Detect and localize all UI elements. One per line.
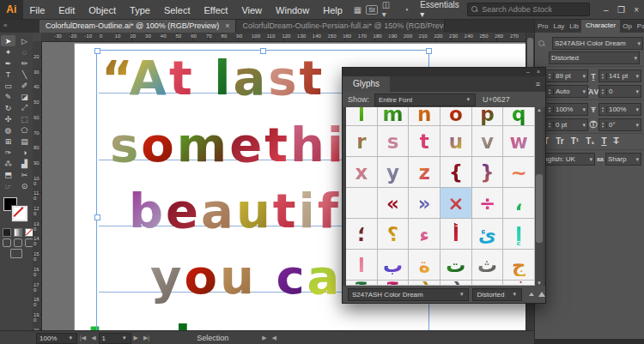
prev-artboard-icon[interactable]: ◀ (91, 335, 95, 341)
selection-handle[interactable] (260, 48, 266, 54)
glyph-cell[interactable]: u (440, 126, 472, 157)
menu-window[interactable]: Window (269, 5, 316, 15)
glyphs-font-select[interactable]: S247ASH Color Dream▾ (348, 288, 469, 301)
workspace-switcher[interactable]: Essentials ▾ (420, 0, 460, 19)
pen-tool[interactable]: ✒ (1, 57, 15, 69)
tracking-stepper[interactable]: ▲▼0▾ (598, 85, 641, 98)
glyph-cell[interactable]: أ (440, 219, 472, 250)
eraser-tool[interactable]: ◪ (17, 91, 32, 102)
magic-wand-tool[interactable]: ✦ (1, 46, 15, 57)
rotate-tool[interactable]: ↻ (1, 102, 15, 113)
screen-mode-button[interactable] (10, 249, 22, 258)
tab-op[interactable]: Op (620, 22, 635, 30)
tab-par[interactable]: Par (635, 22, 644, 30)
font-size-stepper[interactable]: ▲▼89 pt▾ (545, 69, 588, 82)
blend-tool[interactable]: ◑ (17, 147, 32, 158)
shape-builder-tool[interactable]: ◍ (1, 124, 15, 136)
color-button[interactable] (3, 228, 11, 237)
menu-view[interactable]: View (234, 5, 269, 15)
horizontal-ruler[interactable]: -30-20-100102030405060708090100110120130… (41, 33, 526, 42)
glyph-cell[interactable]: « (378, 188, 410, 219)
slice-tool[interactable]: ✂ (17, 169, 32, 180)
font-family-select[interactable]: S247ASH Color Dream▾ (552, 37, 643, 50)
stroke-color-swatch[interactable] (12, 206, 27, 221)
close-tab-icon[interactable]: × (225, 21, 229, 30)
glyphs-zoom-out-icon[interactable] (529, 293, 534, 296)
direct-selection-tool[interactable]: ▷ (17, 35, 32, 46)
type-style-button-5[interactable]: T (601, 136, 606, 146)
gradient-button[interactable] (14, 228, 22, 237)
stepper-arrows-icon[interactable]: ▲▼ (546, 122, 554, 129)
panel-minimize-icon[interactable]: – (526, 69, 530, 75)
zoom-level-select[interactable]: 100%▾ (36, 333, 77, 344)
rectangle-tool[interactable]: ▭ (1, 80, 15, 91)
character-rotation-stepper[interactable]: ▲▼0°▾ (598, 118, 641, 131)
glyph-cell[interactable]: ÷ (472, 188, 504, 219)
collapse-toolbar-icon[interactable]: « (0, 19, 39, 33)
glyph-cell[interactable]: » (409, 188, 440, 219)
glyph-cell[interactable]: r (346, 126, 378, 157)
selection-handle[interactable] (94, 214, 100, 220)
stock-icon[interactable]: St (366, 5, 378, 15)
menu-select[interactable]: Select (157, 5, 197, 15)
type-style-button-6[interactable]: T (613, 136, 618, 146)
type-style-button-2[interactable]: Tr (556, 136, 563, 146)
perspective-grid-tool[interactable]: ⬠ (17, 124, 32, 136)
baseline-shift-stepper[interactable]: ▲▼0 pt▾ (545, 118, 588, 131)
glyph-cell[interactable]: ء (409, 219, 440, 250)
glyph-cell[interactable]: v (472, 126, 504, 157)
selection-tool[interactable]: ➤ (1, 35, 15, 46)
width-tool[interactable]: ✣ (1, 113, 15, 124)
pencil-tool[interactable]: ✎ (1, 91, 15, 102)
stepper-arrows-icon[interactable]: ▲▼ (599, 73, 607, 80)
glyph-cell[interactable]: z (409, 157, 440, 188)
stepper-arrows-icon[interactable]: ▲▼ (546, 106, 554, 113)
glyph-cell[interactable]: ب (378, 250, 410, 281)
kerning-stepper[interactable]: ▲▼Auto▾ (545, 85, 588, 98)
stepper-arrows-icon[interactable]: ▲▼ (546, 73, 554, 80)
document-tab-1[interactable]: ColorfulDream-Outline.ai* @ 100% (RGB/Pr… (39, 19, 236, 33)
tab-lay[interactable]: Lay (550, 22, 567, 30)
glyph-cell[interactable]: } (472, 157, 504, 188)
glyph-cell[interactable]: ت (440, 250, 472, 281)
glyph-cell[interactable]: ث (472, 250, 504, 281)
type-tool[interactable]: T (1, 69, 15, 80)
stepper-arrows-icon[interactable]: ▲▼ (599, 122, 607, 129)
glyph-cell[interactable] (346, 188, 378, 219)
glyph-cell[interactable]: y (378, 157, 410, 188)
glyphs-scrollbar[interactable]: ▲ ▼ (535, 107, 544, 286)
glyph-cell[interactable]: x (346, 157, 378, 188)
glyph-cell[interactable]: ~ (503, 157, 535, 188)
panel-close-icon[interactable]: × (537, 69, 540, 75)
glyph-cell[interactable]: ، (503, 188, 535, 219)
glyphs-style-select[interactable]: Distorted▾ (472, 288, 522, 301)
font-style-select[interactable]: Distorted▾ (549, 51, 640, 64)
glyph-cell[interactable]: n (409, 107, 440, 126)
free-transform-tool[interactable]: ⬚ (17, 113, 32, 124)
glyph-cell[interactable]: × (440, 188, 472, 219)
glyph-cell[interactable]: ئ (472, 219, 504, 250)
menu-effect[interactable]: Effect (197, 5, 234, 15)
artboard-tool[interactable]: ⬒ (1, 169, 15, 180)
menu-edit[interactable]: Edit (52, 5, 82, 15)
tab-pro[interactable]: Pro (535, 22, 550, 30)
draw-normal-icon[interactable] (3, 238, 11, 247)
selection-handle[interactable] (426, 48, 432, 54)
mesh-tool[interactable]: ⊞ (1, 136, 15, 147)
first-artboard-icon[interactable]: |◀ (80, 335, 86, 341)
app-logo[interactable]: Ai (0, 0, 23, 19)
glyph-cell[interactable]: إ (503, 219, 535, 250)
curvature-tool[interactable]: ✏ (17, 57, 32, 69)
glyph-cell[interactable]: l (346, 107, 378, 126)
type-style-button-3[interactable]: T¹ (571, 136, 579, 146)
zoom-tool[interactable]: ⊙ (17, 180, 32, 191)
selection-handle[interactable] (94, 48, 100, 54)
glyph-cell[interactable]: ؟ (378, 219, 410, 250)
eyedropper-tool[interactable]: ✑ (1, 147, 15, 158)
stepper-arrows-icon[interactable]: ▲▼ (546, 88, 554, 95)
next-artboard-icon[interactable]: ▶ (134, 335, 138, 341)
panel-menu-icon[interactable]: ≡ (536, 80, 540, 88)
stepper-arrows-icon[interactable]: ▲▼ (599, 88, 607, 95)
glyph-cell[interactable]: t (409, 126, 440, 157)
type-style-button-4[interactable]: T₁ (586, 136, 594, 146)
